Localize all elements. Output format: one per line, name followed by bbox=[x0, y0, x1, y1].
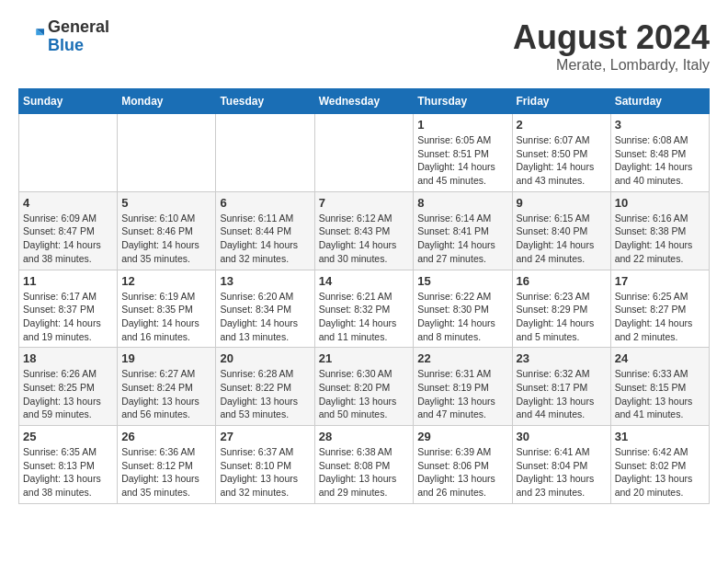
calendar-cell: 17Sunrise: 6:25 AM Sunset: 8:27 PM Dayli… bbox=[610, 270, 709, 348]
calendar-cell: 25Sunrise: 6:35 AM Sunset: 8:13 PM Dayli… bbox=[19, 426, 118, 504]
day-number: 7 bbox=[319, 196, 410, 210]
day-info: Sunrise: 6:37 AM Sunset: 8:10 PM Dayligh… bbox=[220, 445, 310, 500]
day-info: Sunrise: 6:08 AM Sunset: 8:48 PM Dayligh… bbox=[615, 133, 705, 188]
day-number: 20 bbox=[220, 351, 310, 365]
day-info: Sunrise: 6:09 AM Sunset: 8:47 PM Dayligh… bbox=[23, 212, 113, 266]
calendar-cell: 5Sunrise: 6:10 AM Sunset: 8:46 PM Daylig… bbox=[118, 191, 216, 270]
day-info: Sunrise: 6:23 AM Sunset: 8:29 PM Dayligh… bbox=[517, 290, 607, 344]
calendar-cell: 29Sunrise: 6:39 AM Sunset: 8:06 PM Dayli… bbox=[414, 426, 512, 504]
calendar-cell: 20Sunrise: 6:28 AM Sunset: 8:22 PM Dayli… bbox=[216, 348, 314, 426]
calendar-cell: 6Sunrise: 6:11 AM Sunset: 8:44 PM Daylig… bbox=[216, 191, 314, 270]
calendar-cell: 14Sunrise: 6:21 AM Sunset: 8:32 PM Dayli… bbox=[314, 270, 414, 348]
logo-text: General Blue bbox=[48, 18, 109, 55]
day-number: 19 bbox=[121, 351, 211, 365]
day-info: Sunrise: 6:31 AM Sunset: 8:19 PM Dayligh… bbox=[417, 367, 507, 421]
weekday-header-friday: Friday bbox=[512, 89, 610, 114]
day-number: 14 bbox=[319, 274, 410, 288]
day-info: Sunrise: 6:05 AM Sunset: 8:51 PM Dayligh… bbox=[417, 133, 507, 188]
day-info: Sunrise: 6:39 AM Sunset: 8:06 PM Dayligh… bbox=[417, 445, 507, 500]
title-block: August 2024 Merate, Lombardy, Italy bbox=[513, 18, 710, 74]
day-info: Sunrise: 6:22 AM Sunset: 8:30 PM Dayligh… bbox=[417, 290, 507, 344]
day-number: 16 bbox=[517, 274, 607, 288]
day-info: Sunrise: 6:32 AM Sunset: 8:17 PM Dayligh… bbox=[517, 367, 607, 421]
calendar-cell: 27Sunrise: 6:37 AM Sunset: 8:10 PM Dayli… bbox=[216, 426, 314, 504]
calendar-cell: 16Sunrise: 6:23 AM Sunset: 8:29 PM Dayli… bbox=[512, 270, 610, 348]
calendar-cell: 22Sunrise: 6:31 AM Sunset: 8:19 PM Dayli… bbox=[414, 348, 512, 426]
logo-icon bbox=[18, 24, 44, 50]
day-number: 3 bbox=[615, 118, 705, 132]
day-info: Sunrise: 6:36 AM Sunset: 8:12 PM Dayligh… bbox=[121, 445, 211, 500]
day-info: Sunrise: 6:28 AM Sunset: 8:22 PM Dayligh… bbox=[220, 367, 310, 421]
day-number: 11 bbox=[23, 274, 113, 288]
day-number: 17 bbox=[615, 274, 705, 288]
day-number: 22 bbox=[417, 351, 507, 365]
day-number: 29 bbox=[417, 430, 507, 443]
calendar-cell bbox=[118, 114, 216, 192]
day-info: Sunrise: 6:27 AM Sunset: 8:24 PM Dayligh… bbox=[121, 367, 211, 421]
calendar-cell bbox=[19, 114, 118, 192]
calendar-cell: 13Sunrise: 6:20 AM Sunset: 8:34 PM Dayli… bbox=[216, 270, 314, 348]
day-number: 26 bbox=[121, 430, 211, 443]
day-number: 28 bbox=[319, 430, 410, 443]
calendar-cell: 28Sunrise: 6:38 AM Sunset: 8:08 PM Dayli… bbox=[314, 426, 414, 504]
calendar-body: 1Sunrise: 6:05 AM Sunset: 8:51 PM Daylig… bbox=[19, 114, 710, 504]
day-info: Sunrise: 6:14 AM Sunset: 8:41 PM Dayligh… bbox=[417, 212, 507, 266]
day-info: Sunrise: 6:20 AM Sunset: 8:34 PM Dayligh… bbox=[220, 290, 310, 344]
calendar-cell bbox=[216, 114, 314, 192]
day-number: 27 bbox=[220, 430, 310, 443]
day-number: 4 bbox=[23, 196, 113, 210]
weekday-header-saturday: Saturday bbox=[610, 89, 709, 114]
day-info: Sunrise: 6:21 AM Sunset: 8:32 PM Dayligh… bbox=[319, 290, 410, 344]
weekday-header-tuesday: Tuesday bbox=[216, 89, 314, 114]
day-number: 1 bbox=[417, 118, 507, 132]
day-number: 8 bbox=[417, 196, 507, 210]
day-number: 25 bbox=[23, 430, 113, 443]
calendar-cell: 12Sunrise: 6:19 AM Sunset: 8:35 PM Dayli… bbox=[118, 270, 216, 348]
day-info: Sunrise: 6:33 AM Sunset: 8:15 PM Dayligh… bbox=[615, 367, 705, 421]
calendar-title: August 2024 bbox=[513, 18, 710, 57]
day-number: 23 bbox=[517, 351, 607, 365]
day-info: Sunrise: 6:42 AM Sunset: 8:02 PM Dayligh… bbox=[615, 445, 705, 500]
calendar-week-1: 1Sunrise: 6:05 AM Sunset: 8:51 PM Daylig… bbox=[19, 114, 710, 192]
calendar-cell: 7Sunrise: 6:12 AM Sunset: 8:43 PM Daylig… bbox=[314, 191, 414, 270]
calendar-cell: 24Sunrise: 6:33 AM Sunset: 8:15 PM Dayli… bbox=[610, 348, 709, 426]
calendar-cell: 21Sunrise: 6:30 AM Sunset: 8:20 PM Dayli… bbox=[314, 348, 414, 426]
calendar-week-2: 4Sunrise: 6:09 AM Sunset: 8:47 PM Daylig… bbox=[19, 191, 710, 270]
day-number: 9 bbox=[517, 196, 607, 210]
calendar-cell: 11Sunrise: 6:17 AM Sunset: 8:37 PM Dayli… bbox=[19, 270, 118, 348]
calendar-cell: 30Sunrise: 6:41 AM Sunset: 8:04 PM Dayli… bbox=[512, 426, 610, 504]
calendar-cell: 1Sunrise: 6:05 AM Sunset: 8:51 PM Daylig… bbox=[414, 114, 512, 192]
day-info: Sunrise: 6:10 AM Sunset: 8:46 PM Dayligh… bbox=[121, 212, 211, 266]
day-info: Sunrise: 6:17 AM Sunset: 8:37 PM Dayligh… bbox=[23, 290, 113, 344]
day-info: Sunrise: 6:19 AM Sunset: 8:35 PM Dayligh… bbox=[121, 290, 211, 344]
day-info: Sunrise: 6:26 AM Sunset: 8:25 PM Dayligh… bbox=[23, 367, 113, 421]
calendar-cell: 19Sunrise: 6:27 AM Sunset: 8:24 PM Dayli… bbox=[118, 348, 216, 426]
day-info: Sunrise: 6:12 AM Sunset: 8:43 PM Dayligh… bbox=[319, 212, 410, 266]
day-info: Sunrise: 6:11 AM Sunset: 8:44 PM Dayligh… bbox=[220, 212, 310, 266]
calendar-week-4: 18Sunrise: 6:26 AM Sunset: 8:25 PM Dayli… bbox=[19, 348, 710, 426]
day-info: Sunrise: 6:07 AM Sunset: 8:50 PM Dayligh… bbox=[517, 133, 607, 188]
weekday-header-thursday: Thursday bbox=[414, 89, 512, 114]
day-info: Sunrise: 6:30 AM Sunset: 8:20 PM Dayligh… bbox=[319, 367, 410, 421]
calendar-cell: 4Sunrise: 6:09 AM Sunset: 8:47 PM Daylig… bbox=[19, 191, 118, 270]
day-info: Sunrise: 6:15 AM Sunset: 8:40 PM Dayligh… bbox=[517, 212, 607, 266]
day-number: 24 bbox=[615, 351, 705, 365]
day-number: 2 bbox=[517, 118, 607, 132]
calendar-week-3: 11Sunrise: 6:17 AM Sunset: 8:37 PM Dayli… bbox=[19, 270, 710, 348]
calendar-table: SundayMondayTuesdayWednesdayThursdayFrid… bbox=[18, 88, 710, 504]
day-number: 6 bbox=[220, 196, 310, 210]
day-info: Sunrise: 6:35 AM Sunset: 8:13 PM Dayligh… bbox=[23, 445, 113, 500]
weekday-header-sunday: Sunday bbox=[19, 89, 118, 114]
calendar-cell: 15Sunrise: 6:22 AM Sunset: 8:30 PM Dayli… bbox=[414, 270, 512, 348]
calendar-cell: 2Sunrise: 6:07 AM Sunset: 8:50 PM Daylig… bbox=[512, 114, 610, 192]
day-info: Sunrise: 6:25 AM Sunset: 8:27 PM Dayligh… bbox=[615, 290, 705, 344]
calendar-cell: 18Sunrise: 6:26 AM Sunset: 8:25 PM Dayli… bbox=[19, 348, 118, 426]
calendar-cell bbox=[314, 114, 414, 192]
day-number: 13 bbox=[220, 274, 310, 288]
calendar-cell: 26Sunrise: 6:36 AM Sunset: 8:12 PM Dayli… bbox=[118, 426, 216, 504]
day-number: 18 bbox=[23, 351, 113, 365]
calendar-cell: 23Sunrise: 6:32 AM Sunset: 8:17 PM Dayli… bbox=[512, 348, 610, 426]
calendar-cell: 3Sunrise: 6:08 AM Sunset: 8:48 PM Daylig… bbox=[610, 114, 709, 192]
day-number: 21 bbox=[319, 351, 410, 365]
day-number: 15 bbox=[417, 274, 507, 288]
